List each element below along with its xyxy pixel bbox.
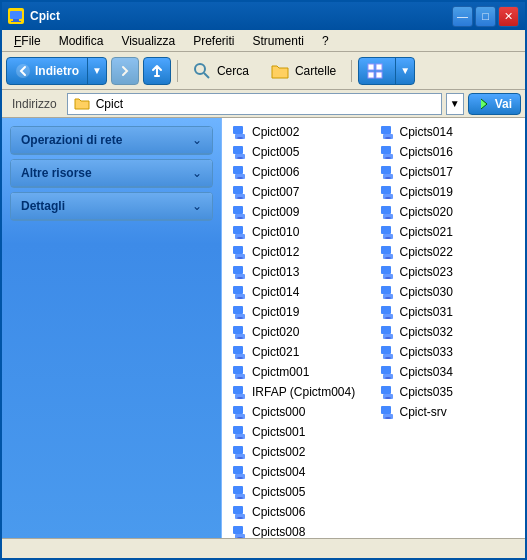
file-item[interactable]: Cpicts034 [374,362,522,382]
view-button-main[interactable] [359,58,396,84]
file-computer-icon [380,244,396,260]
file-item[interactable]: Cpicts002 [226,442,374,462]
file-item[interactable]: Cpicts032 [374,322,522,342]
svg-point-109 [237,477,243,479]
file-item[interactable]: Cpict007 [226,182,374,202]
file-item[interactable]: Cpict019 [226,302,374,322]
file-item[interactable]: Cpicts023 [374,262,522,282]
file-item[interactable]: Cpict012 [226,242,374,262]
svg-rect-65 [233,306,243,314]
svg-rect-83 [233,366,243,374]
file-item[interactable]: Cpicts020 [374,202,522,222]
file-computer-icon [380,344,396,360]
svg-point-70 [385,317,391,319]
file-item[interactable]: Cpict002 [226,122,374,142]
back-button[interactable]: Indietro ▼ [6,57,107,85]
menu-preferiti[interactable]: Preferiti [185,32,242,50]
panel-section-details-header[interactable]: Dettagli ⌄ [11,193,212,220]
file-item[interactable]: Cpict006 [226,162,374,182]
go-label: Vai [495,97,512,111]
file-item[interactable]: IRFAP (Cpictm004) [226,382,374,402]
file-name: Cpicts004 [252,465,305,479]
file-item[interactable]: Cpicts021 [374,222,522,242]
svg-line-6 [204,73,209,78]
file-item[interactable]: Cpictm001 [226,362,374,382]
panel-section-resources-header[interactable]: Altre risorse ⌄ [11,160,212,187]
file-computer-icon [232,304,248,320]
svg-point-34 [385,197,391,199]
content-area: Operazioni di rete ⌄ Altre risorse ⌄ Det… [2,118,525,538]
file-item[interactable]: Cpicts030 [374,282,522,302]
go-button[interactable]: Vai [468,93,521,115]
svg-point-103 [237,437,243,439]
menu-file[interactable]: FFile [6,32,49,50]
file-name: Cpict002 [252,125,299,139]
menu-modifica[interactable]: Modifica [51,32,112,50]
file-item[interactable]: Cpict005 [226,142,374,162]
file-name: Cpicts034 [400,365,453,379]
file-item[interactable]: Cpicts008 [226,522,374,538]
back-dropdown-arrow[interactable]: ▼ [88,58,106,84]
svg-rect-53 [233,266,243,274]
folders-button[interactable]: Cartelle [262,57,345,85]
file-name: Cpicts020 [400,205,453,219]
minimize-button[interactable]: — [452,6,473,27]
file-item[interactable]: Cpicts000 [226,402,374,422]
file-item[interactable]: Cpicts006 [226,502,374,522]
file-name: Cpict005 [252,145,299,159]
file-computer-icon [380,204,396,220]
panel-section-resources-title: Altre risorse [21,166,92,180]
file-computer-icon [380,124,396,140]
back-arrow-icon [15,63,31,79]
up-button[interactable] [143,57,171,85]
svg-rect-47 [233,246,243,254]
file-item[interactable]: Cpicts017 [374,162,522,182]
file-name: Cpict006 [252,165,299,179]
file-item[interactable]: Cpicts022 [374,242,522,262]
close-button[interactable]: ✕ [498,6,519,27]
forward-button[interactable] [111,57,139,85]
file-item[interactable]: Cpicts016 [374,142,522,162]
file-item[interactable]: Cpict013 [226,262,374,282]
address-input[interactable]: Cpict [67,93,442,115]
file-item[interactable]: Cpict-srv [374,402,522,422]
view-button[interactable]: ▼ [358,57,415,85]
view-dropdown-arrow[interactable]: ▼ [396,58,414,84]
menu-help[interactable]: ? [314,32,337,50]
file-item[interactable]: Cpicts014 [374,122,522,142]
menu-strumenti[interactable]: Strumenti [245,32,312,50]
title-bar: Cpict — □ ✕ [2,2,525,30]
file-item[interactable]: Cpicts005 [226,482,374,502]
svg-rect-32 [381,186,391,194]
file-item-empty [374,422,522,442]
menu-visualizza[interactable]: Visualizza [113,32,183,50]
file-item[interactable]: Cpict021 [226,342,374,362]
file-computer-icon [232,404,248,420]
svg-point-5 [195,64,205,74]
file-item[interactable]: Cpicts019 [374,182,522,202]
file-item[interactable]: Cpicts035 [374,382,522,402]
file-item[interactable]: Cpict020 [226,322,374,342]
file-name: Cpict019 [252,305,299,319]
file-item[interactable]: Cpict009 [226,202,374,222]
file-computer-icon [380,364,396,380]
svg-rect-20 [381,146,391,154]
svg-point-19 [237,157,243,159]
file-item[interactable]: Cpicts033 [374,342,522,362]
file-item[interactable]: Cpicts031 [374,302,522,322]
back-button-main[interactable]: Indietro [7,58,88,84]
svg-point-43 [237,237,243,239]
file-item[interactable]: Cpict014 [226,282,374,302]
file-computer-icon [232,284,248,300]
file-computer-icon [232,384,248,400]
panel-section-network-header[interactable]: Operazioni di rete ⌄ [11,127,212,154]
file-item[interactable]: Cpicts001 [226,422,374,442]
file-item[interactable]: Cpict010 [226,222,374,242]
toolbar: Indietro ▼ Cerca [2,52,525,90]
address-dropdown[interactable]: ▼ [446,93,464,115]
search-button[interactable]: Cerca [184,57,258,85]
svg-point-22 [385,157,391,159]
left-panel: Operazioni di rete ⌄ Altre risorse ⌄ Det… [2,118,222,538]
file-item[interactable]: Cpicts004 [226,462,374,482]
maximize-button[interactable]: □ [475,6,496,27]
